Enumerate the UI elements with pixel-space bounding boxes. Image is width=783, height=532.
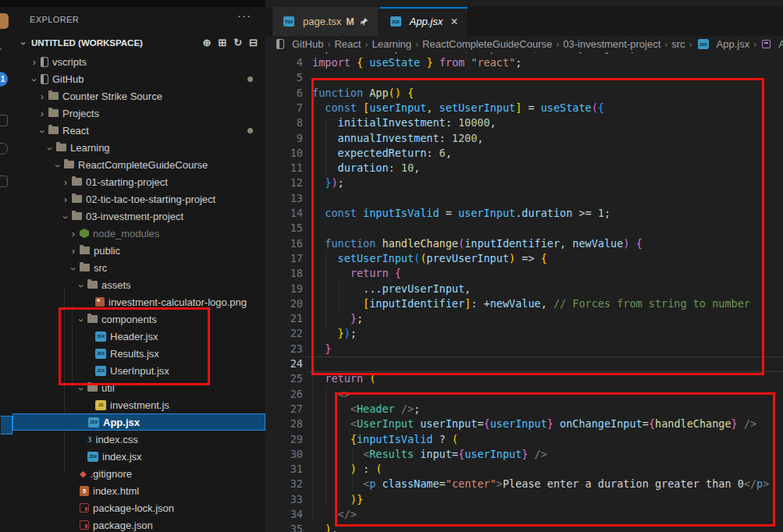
tree-item-02-tic-tac-toe-starting-project[interactable]: ›02-tic-tac-toe-starting-project: [12, 190, 265, 207]
tree-item-label: Results.jsx: [110, 348, 159, 360]
chevron-right-icon[interactable]: ›: [61, 194, 70, 204]
tree-item-public[interactable]: ›public: [12, 242, 265, 259]
tree-item-util[interactable]: ›util: [12, 379, 265, 396]
code-line-11[interactable]: 11 duration: 10,: [265, 161, 783, 176]
code-line-17[interactable]: 17 setUserInput((prevUserInput) => {: [265, 251, 783, 267]
code-line-35[interactable]: 35 ),: [265, 522, 783, 532]
breadcrumb-item-reactcompleteguidecourse[interactable]: ReactCompleteGuideCourse: [422, 38, 552, 50]
tree-item-components[interactable]: ›components: [12, 310, 265, 328]
breadcrumb-item-react[interactable]: React: [334, 38, 361, 50]
code-line-4[interactable]: 4import { useState } from "react";: [265, 55, 783, 71]
tree-item-results-jsx[interactable]: ›JSXResults.jsx: [12, 345, 265, 362]
code-line-20[interactable]: 20 [inputIdentifier]: +newValue, // Forc…: [265, 296, 783, 312]
chevron-down-icon[interactable]: ›: [77, 315, 87, 325]
breadcrumb-item-app-jsx[interactable]: JSXApp.jsx: [696, 38, 750, 50]
tree-item-header-jsx[interactable]: ›JSXHeader.jsx: [12, 328, 265, 345]
chevron-right-icon[interactable]: ›: [61, 177, 70, 187]
tree-item-package-json[interactable]: ›package.json: [12, 516, 265, 532]
breadcrumb-item-src[interactable]: src: [671, 38, 685, 50]
tree-item-index-css[interactable]: ›3index.css: [12, 431, 265, 448]
code-line-8[interactable]: 8 initialInvestment: 10000,: [265, 115, 783, 131]
tree-item-userinput-jsx[interactable]: ›JSXUserInput.jsx: [12, 362, 265, 379]
chevron-down-icon[interactable]: ›: [37, 126, 48, 136]
chevron-down-icon[interactable]: ›: [30, 75, 40, 84]
code-line-23[interactable]: 23 }: [265, 342, 783, 357]
code-line-22[interactable]: 22 });: [265, 326, 783, 342]
code-line-32[interactable]: 32 <p className="center">Please enter a …: [265, 477, 783, 492]
code-line-7[interactable]: 7 const [userInput, setUserInput] = useS…: [265, 101, 783, 116]
line-number: 34: [265, 507, 303, 522]
breadcrumb-item-03-investment-project[interactable]: 03-investment-project: [563, 38, 660, 50]
chevron-down-icon[interactable]: ›: [77, 281, 87, 290]
close-icon[interactable]: ×: [450, 15, 457, 29]
code-line-12[interactable]: 12 });: [265, 176, 783, 191]
tree-item-react[interactable]: ›React: [12, 122, 265, 139]
code-line-25[interactable]: 25 return (: [265, 371, 783, 387]
chevron-right-icon[interactable]: ›: [69, 229, 78, 239]
chevron-right-icon[interactable]: ›: [37, 108, 47, 119]
workspace-header[interactable]: › UNTITLED (WORKSPACE) ⊕⊞↻⊟: [12, 34, 265, 51]
activity-icon-fragment[interactable]: [0, 143, 8, 154]
code-line-28[interactable]: 28 <UserInput userInput={userInput} onCh…: [265, 417, 783, 432]
code-line-13[interactable]: 13: [265, 191, 783, 207]
new-file-icon[interactable]: ⊕: [202, 37, 211, 48]
code-line-9[interactable]: 9 annualInvestment: 1200,: [265, 131, 783, 147]
tree-item-learning[interactable]: ›Learning: [12, 139, 265, 156]
chevron-down-icon[interactable]: ›: [45, 144, 55, 153]
code-line-14[interactable]: 14 const inputIsValid = userInput.durati…: [265, 206, 783, 222]
chevron-right-icon[interactable]: ›: [69, 246, 78, 256]
chevron-down-icon[interactable]: ›: [61, 212, 71, 222]
tree-item-index-html[interactable]: ›5index.html: [12, 482, 265, 499]
source-control-badge[interactable]: 1: [0, 72, 8, 87]
code-line-26[interactable]: 26 <>: [265, 387, 783, 403]
tab-page-tsx[interactable]: TSXpage.tsxM: [272, 7, 379, 36]
code-line-33[interactable]: 33 )}: [265, 492, 783, 508]
tree-item-projects[interactable]: ›Projects: [12, 105, 265, 122]
chevron-down-icon[interactable]: ›: [53, 161, 63, 170]
code-line-10[interactable]: 10 expectedReturn: 6,: [265, 146, 783, 161]
code-line-5[interactable]: 5: [265, 70, 783, 86]
refresh-icon[interactable]: ↻: [233, 37, 242, 48]
tree-item-03-investment-project[interactable]: ›03-investment-project: [12, 207, 265, 225]
tree-item-package-lock-json[interactable]: ›package-lock.json: [12, 499, 265, 516]
code-line-15[interactable]: 15: [265, 221, 783, 236]
code-line-31[interactable]: 31 ) : (: [265, 462, 783, 477]
tree-item-investment-js[interactable]: ›JSinvestment.js: [12, 396, 265, 413]
tab-app-jsx[interactable]: JSXApp.jsx×: [379, 7, 468, 36]
tree-item-reactcompleteguidecourse[interactable]: ›ReactCompleteGuideCourse: [12, 156, 265, 173]
tree-item-counter-strike-source[interactable]: ›Counter Strike Source: [12, 87, 265, 105]
code-line-30[interactable]: 30 <Results input={userInput} />: [265, 447, 783, 463]
chevron-right-icon[interactable]: ›: [30, 57, 39, 67]
collapse-all-icon[interactable]: ⊟: [249, 37, 258, 48]
code-line-18[interactable]: 18 return {: [265, 266, 783, 282]
tree-item-assets[interactable]: ›assets: [12, 276, 265, 293]
code-line-24[interactable]: 24: [265, 356, 783, 372]
chevron-right-icon[interactable]: ›: [37, 91, 47, 101]
tree-item-app-jsx[interactable]: ›JSXApp.jsx: [12, 413, 265, 431]
new-folder-icon[interactable]: ⊞: [218, 37, 226, 48]
code-line-29[interactable]: 29 {inputIsValid ? (: [265, 432, 783, 448]
tree-item-vscripts[interactable]: ›vscripts: [12, 53, 265, 70]
tree-item-gitignore[interactable]: ›◆.gitignore: [12, 465, 265, 482]
breadcrumb-item-github[interactable]: GitHub: [275, 38, 323, 50]
more-actions-icon[interactable]: ···: [237, 9, 251, 22]
tree-item-01-starting-project[interactable]: ›01-starting-project: [12, 173, 265, 190]
code-line-21[interactable]: 21 };: [265, 311, 783, 327]
tree-item-index-jsx[interactable]: ›JSXindex.jsx: [12, 448, 265, 465]
pin-icon[interactable]: [359, 16, 369, 27]
code-line-16[interactable]: 16 function handleChange(inputIdentifier…: [265, 236, 783, 252]
activity-icon-fragment[interactable]: [0, 176, 8, 187]
code-line-6[interactable]: 6function App() {: [265, 86, 783, 101]
tree-item-github[interactable]: ›GitHub: [12, 70, 265, 87]
breadcrumb-item-learning[interactable]: Learning: [372, 38, 411, 50]
tree-item-investment-calculator-logo-png[interactable]: ›investment-calculator-logo.png: [12, 293, 265, 310]
tree-item-src[interactable]: ›src: [12, 259, 265, 276]
tree-item-node-modules[interactable]: ›node_modules: [12, 225, 265, 242]
activity-icon-fragment[interactable]: [0, 115, 8, 126]
code-line-19[interactable]: 19 ...prevUserInput,: [265, 282, 783, 297]
breadcrumb-item-a[interactable]: A: [760, 38, 783, 50]
chevron-down-icon[interactable]: ›: [69, 264, 79, 273]
chevron-down-icon[interactable]: ›: [77, 384, 87, 393]
code-line-34[interactable]: 34 </>: [265, 507, 783, 523]
code-line-27[interactable]: 27 <Header />;: [265, 402, 783, 417]
